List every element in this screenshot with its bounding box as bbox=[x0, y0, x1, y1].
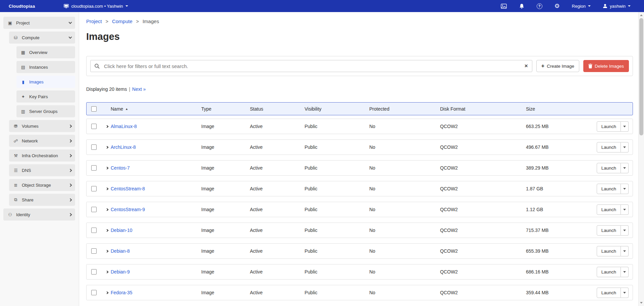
scroll-up-arrow[interactable] bbox=[640, 14, 643, 16]
sidebar-item-volumes[interactable]: ⛃Volumes bbox=[9, 120, 75, 132]
table-row: Centos-7 Image Active Public No QCOW2 38… bbox=[86, 160, 633, 176]
sidebar-item-key-pairs[interactable]: ✦Key Pairs bbox=[16, 90, 75, 103]
column-header-disk-format[interactable]: Disk Format bbox=[440, 106, 526, 112]
clear-search-icon[interactable]: × bbox=[521, 63, 532, 69]
row-checkbox[interactable] bbox=[91, 144, 97, 150]
row-expand-button[interactable] bbox=[103, 208, 111, 211]
launch-dropdown-toggle[interactable] bbox=[621, 246, 629, 256]
sidebar-item-object-storage[interactable]: ≣Object Storage bbox=[9, 179, 75, 191]
launch-dropdown-toggle[interactable] bbox=[621, 121, 629, 132]
row-expand-button[interactable] bbox=[103, 271, 111, 273]
images-icon: ▮ bbox=[20, 79, 26, 84]
image-name-link[interactable]: Debian-10 bbox=[111, 228, 132, 233]
help-icon[interactable]: ? bbox=[537, 3, 542, 9]
select-all-checkbox[interactable] bbox=[91, 106, 97, 112]
column-header-protected[interactable]: Protected bbox=[369, 106, 440, 112]
sidebar-item-instances[interactable]: ▤Instances bbox=[16, 61, 75, 73]
project-icon: ▣ bbox=[7, 20, 13, 25]
row-checkbox[interactable] bbox=[91, 290, 97, 295]
launch-button[interactable]: Launch bbox=[597, 225, 621, 236]
image-name-link[interactable]: Debian-8 bbox=[111, 248, 130, 254]
sidebar-item-dns[interactable]: ☰DNS bbox=[9, 164, 75, 176]
launch-button[interactable]: Launch bbox=[597, 184, 621, 194]
launch-button[interactable]: Launch bbox=[597, 163, 621, 173]
breadcrumb-compute[interactable]: Compute bbox=[112, 18, 132, 24]
search-input[interactable] bbox=[103, 63, 521, 69]
delete-images-button[interactable]: Delete Images bbox=[583, 60, 629, 72]
image-name-link[interactable]: ArchLinux-8 bbox=[111, 144, 136, 150]
sidebar-item-project[interactable]: ▣Project bbox=[3, 17, 75, 29]
breadcrumb-separator-icon: > bbox=[106, 19, 108, 24]
image-name-link[interactable]: Debian-9 bbox=[111, 269, 130, 274]
user-menu[interactable]: yashwin bbox=[603, 4, 631, 9]
launch-button[interactable]: Launch bbox=[597, 121, 621, 132]
column-header-visibility[interactable]: Visibility bbox=[305, 106, 369, 112]
launch-button[interactable]: Launch bbox=[597, 246, 621, 256]
launch-dropdown-toggle[interactable] bbox=[621, 267, 629, 277]
caret-down-icon bbox=[623, 209, 626, 210]
launch-dropdown-toggle[interactable] bbox=[621, 163, 629, 173]
row-checkbox[interactable] bbox=[91, 228, 97, 233]
region-menu[interactable]: Region bbox=[572, 4, 591, 9]
row-checkbox[interactable] bbox=[91, 165, 97, 171]
sidebar-item-compute[interactable]: ⛁Compute bbox=[9, 32, 75, 44]
column-header-status[interactable]: Status bbox=[250, 106, 305, 112]
vertical-scrollbar bbox=[638, 12, 644, 306]
launch-dropdown-toggle[interactable] bbox=[621, 288, 629, 298]
row-expand-button[interactable] bbox=[103, 292, 111, 294]
row-expand-button[interactable] bbox=[103, 167, 111, 169]
create-image-button[interactable]: + Create Image bbox=[536, 60, 579, 72]
cell-status: Active bbox=[250, 269, 305, 274]
launch-button[interactable]: Launch bbox=[597, 288, 621, 298]
launch-dropdown-toggle[interactable] bbox=[621, 184, 629, 194]
row-expand-button[interactable] bbox=[103, 229, 111, 232]
sidebar-item-overview[interactable]: ▦Overview bbox=[16, 46, 75, 58]
launch-dropdown-toggle[interactable] bbox=[621, 225, 629, 236]
column-header-size[interactable]: Size bbox=[526, 106, 598, 112]
domain-project-picker[interactable]: cloudtopiaa.com • Yashwin bbox=[64, 4, 128, 9]
column-header-type[interactable]: Type bbox=[201, 106, 250, 112]
row-expand-button[interactable] bbox=[103, 250, 111, 252]
gallery-icon[interactable] bbox=[501, 4, 507, 9]
launch-dropdown-toggle[interactable] bbox=[621, 142, 629, 152]
brand-logo[interactable]: Cloudtopiaa bbox=[9, 4, 35, 9]
launch-button[interactable]: Launch bbox=[597, 267, 621, 277]
launch-button[interactable]: Launch bbox=[597, 204, 621, 215]
row-checkbox[interactable] bbox=[91, 248, 97, 254]
column-header-name[interactable]: Name ▲ bbox=[111, 106, 201, 112]
scrollbar-thumb[interactable] bbox=[639, 18, 643, 135]
launch-split-button: Launch bbox=[597, 288, 629, 298]
row-expand-button[interactable] bbox=[103, 188, 111, 190]
sidebar-item-network[interactable]: ☍Network bbox=[9, 135, 75, 147]
scroll-down-arrow[interactable] bbox=[640, 302, 643, 304]
compute-icon: ⛁ bbox=[13, 35, 19, 40]
gear-icon[interactable]: ⚙ bbox=[554, 3, 560, 9]
sidebar-item-identity[interactable]: ⚇Identity bbox=[3, 208, 75, 221]
image-name-link[interactable]: CentosStream-9 bbox=[111, 207, 145, 212]
caret-down-icon bbox=[623, 167, 626, 169]
image-name-link[interactable]: AlmaLinux-8 bbox=[111, 124, 137, 129]
sidebar-item-images[interactable]: ▮Images bbox=[16, 76, 75, 88]
cell-status: Active bbox=[250, 124, 305, 129]
launch-dropdown-toggle[interactable] bbox=[621, 204, 629, 215]
row-expand-button[interactable] bbox=[103, 146, 111, 148]
cell-type: Image bbox=[201, 165, 250, 171]
bell-icon[interactable] bbox=[519, 3, 525, 9]
image-name-link[interactable]: Fedora-35 bbox=[111, 290, 132, 295]
row-checkbox[interactable] bbox=[91, 124, 97, 129]
cell-protected: No bbox=[369, 228, 440, 233]
breadcrumb-project[interactable]: Project bbox=[86, 18, 102, 24]
launch-button[interactable]: Launch bbox=[597, 142, 621, 152]
row-checkbox[interactable] bbox=[91, 269, 97, 274]
sidebar-item-infra-orchestration[interactable]: ⚒Infra Orchestration bbox=[9, 149, 75, 162]
cell-status: Active bbox=[250, 248, 305, 254]
image-name-link[interactable]: Centos-7 bbox=[111, 165, 130, 171]
sidebar-item-share[interactable]: ⧉Share bbox=[9, 194, 75, 206]
next-page-link[interactable]: Next » bbox=[132, 86, 146, 92]
row-expand-button[interactable] bbox=[103, 125, 111, 128]
image-name-link[interactable]: CentosStream-8 bbox=[111, 186, 145, 191]
sidebar-item-server-groups[interactable]: ▥Server Groups bbox=[16, 105, 75, 117]
row-checkbox[interactable] bbox=[91, 207, 97, 212]
cell-protected: No bbox=[369, 165, 440, 171]
row-checkbox[interactable] bbox=[91, 186, 97, 191]
